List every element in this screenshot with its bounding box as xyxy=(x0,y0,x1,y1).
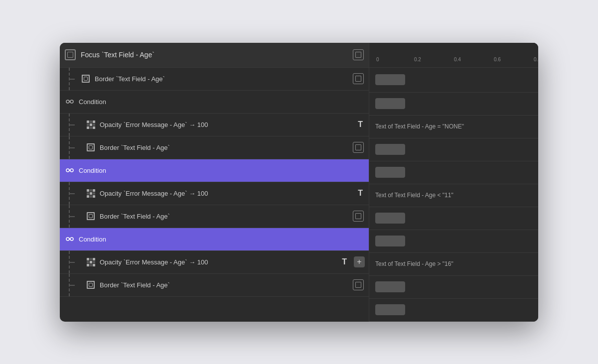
right-row-condition3: Text of Text Field - Age > "16" xyxy=(369,253,538,276)
dashed-h xyxy=(69,79,75,80)
row-root[interactable]: Focus `Text Field - Age` xyxy=(60,43,369,68)
row-condition1-label: Condition xyxy=(79,98,364,106)
svg-point-0 xyxy=(66,100,69,103)
right-row-opacity2 xyxy=(369,207,538,230)
right-row-condition2: Text of Text Field - Age < "11" xyxy=(369,184,538,207)
row-border4[interactable]: Border `Text Field - Age` xyxy=(60,274,369,297)
svg-point-4 xyxy=(70,169,73,172)
row-border3[interactable]: Border `Text Field - Age` xyxy=(60,205,369,228)
row-opacity1-label: Opacity `Error Message - Age` → 100 xyxy=(100,121,358,128)
row-opacity3[interactable]: Opacity `Error Message - Age` → 100 T + xyxy=(60,251,369,274)
row-condition3[interactable]: Condition xyxy=(60,228,369,251)
ruler-label-0: 0 xyxy=(376,57,379,62)
row-root-badge xyxy=(353,49,364,60)
dashed-h4 xyxy=(69,193,75,194)
right-row-border1 xyxy=(369,93,538,116)
thumb-root xyxy=(375,74,405,85)
animation-editor-window: Focus `Text Field - Age` Border `Text Fi… xyxy=(60,43,538,322)
t-badge1: T xyxy=(358,120,364,129)
ruler-label-04: 0.4 xyxy=(454,57,461,62)
thumb-border2 xyxy=(375,167,405,178)
thumb-border1 xyxy=(375,98,405,109)
left-panel: Focus `Text Field - Age` Border `Text Fi… xyxy=(60,43,369,322)
add-plus-button[interactable]: + xyxy=(354,256,365,267)
thumb-opacity3 xyxy=(375,281,405,292)
condition-icon-3 xyxy=(65,234,75,244)
svg-point-6 xyxy=(66,238,69,241)
dashed-h5 xyxy=(69,216,75,217)
row-root-label: Focus `Text Field - Age` xyxy=(81,51,353,59)
row-border3-label: Border `Text Field - Age` xyxy=(100,213,353,220)
condition3-text: Text of Text Field - Age > "16" xyxy=(375,260,453,267)
ruler-label-06: 0.6 xyxy=(494,57,501,62)
row-condition1[interactable]: Condition xyxy=(60,91,369,114)
row-opacity2-label: Opacity `Error Message - Age` → 100 xyxy=(100,190,358,197)
right-row-opacity3 xyxy=(369,276,538,299)
mosaic-icon2 xyxy=(86,188,96,198)
svg-point-1 xyxy=(70,100,73,103)
square-icon xyxy=(81,74,91,84)
mosaic-icon3 xyxy=(86,257,96,267)
condition2-text: Text of Text Field - Age < "11" xyxy=(375,192,453,199)
square-icon3 xyxy=(86,211,96,221)
row-border2-badge xyxy=(353,142,364,153)
dashed-h6 xyxy=(69,262,75,263)
row-condition2-label: Condition xyxy=(79,167,364,174)
t-badge3: T xyxy=(342,257,348,266)
condition-icon-2 xyxy=(65,165,75,175)
row-condition3-label: Condition xyxy=(79,236,364,243)
ruler-label-08: 0.8 xyxy=(534,57,538,62)
right-panel: 0 0.2 0.4 0.6 0.8 xyxy=(369,43,538,322)
condition1-text: Text of Text Field - Age = "NONE" xyxy=(375,123,464,130)
thumb-opacity1 xyxy=(375,144,405,155)
right-row-root xyxy=(369,68,538,93)
thumb-border4 xyxy=(375,304,405,315)
row-border2-label: Border `Text Field - Age` xyxy=(100,144,353,151)
row-border1-label: Border `Text Field - Age` xyxy=(95,75,353,83)
thumb-opacity2 xyxy=(375,213,405,224)
dashed-h7 xyxy=(69,285,75,286)
row-border1-badge xyxy=(353,73,364,84)
condition-icon-1 xyxy=(65,97,75,107)
ruler-label-02: 0.2 xyxy=(414,57,421,62)
row-opacity3-label: Opacity `Error Message - Age` → 100 xyxy=(100,258,342,266)
right-row-border3 xyxy=(369,230,538,253)
row-condition2[interactable]: Condition xyxy=(60,159,369,182)
square-icon4 xyxy=(86,280,96,290)
row-border4-badge xyxy=(353,279,364,290)
t-badge2: T xyxy=(358,189,364,198)
row-border2[interactable]: Border `Text Field - Age` xyxy=(60,136,369,159)
right-row-border4 xyxy=(369,299,538,322)
row-border4-label: Border `Text Field - Age` xyxy=(100,281,353,289)
bracket-icon xyxy=(65,49,76,60)
row-border1[interactable]: Border `Text Field - Age` xyxy=(60,68,369,91)
main-layout: Focus `Text Field - Age` Border `Text Fi… xyxy=(60,43,538,322)
thumb-border3 xyxy=(375,236,405,246)
dashed-h2 xyxy=(69,124,75,125)
right-row-border2 xyxy=(369,161,538,184)
right-row-opacity1 xyxy=(369,138,538,161)
mosaic-icon1 xyxy=(86,120,96,129)
row-opacity1[interactable]: Opacity `Error Message - Age` → 100 T xyxy=(60,114,369,136)
ruler: 0 0.2 0.4 0.6 0.8 xyxy=(369,43,538,68)
svg-point-3 xyxy=(66,169,69,172)
right-row-condition1: Text of Text Field - Age = "NONE" xyxy=(369,116,538,138)
square-icon2 xyxy=(86,142,96,152)
row-border3-badge xyxy=(353,211,364,222)
svg-point-7 xyxy=(70,238,73,241)
dashed-h3 xyxy=(69,147,75,148)
row-opacity2[interactable]: Opacity `Error Message - Age` → 100 T xyxy=(60,182,369,205)
